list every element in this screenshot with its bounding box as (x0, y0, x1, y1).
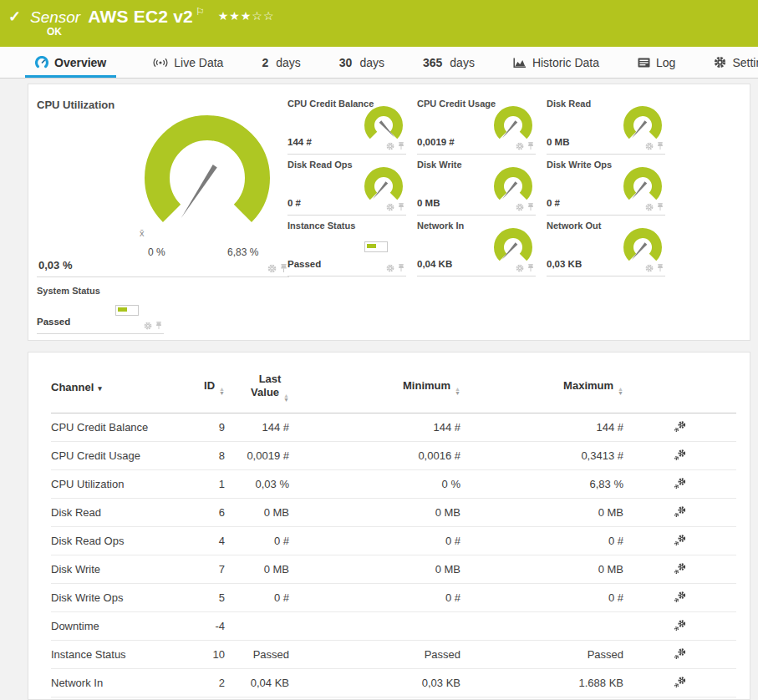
pin-icon[interactable] (527, 264, 534, 272)
pin-icon[interactable] (155, 322, 162, 330)
cell-channel: CPU Credit Balance (51, 413, 185, 442)
tab-settings[interactable]: Settings (712, 47, 758, 78)
tile-gear-icon[interactable] (516, 203, 524, 211)
channel-settings-gear-icon[interactable] (674, 534, 687, 549)
tile-instance-status[interactable]: Instance Status Passed (287, 216, 406, 276)
pin-icon[interactable] (398, 264, 404, 272)
tab-log[interactable]: Log (636, 47, 677, 78)
cell-maximum: 0 # (460, 527, 623, 555)
table-row[interactable]: Disk Write Ops 5 0 # 0 # 0 # (51, 584, 736, 612)
col-header-id[interactable]: ID▲▼ (185, 353, 225, 413)
cell-id: 2 (185, 669, 225, 697)
tab-30-days[interactable]: 30 days (338, 47, 386, 78)
table-row[interactable]: Downtime -4 (51, 612, 736, 641)
cell-maximum: 0,3413 # (460, 442, 623, 470)
col-header-channel[interactable]: Channel▾ (51, 353, 185, 413)
tile-value: Passed (287, 259, 321, 269)
col-header-maximum[interactable]: Maximum▲▼ (460, 353, 623, 413)
tab-bar: Overview Live Data 2 days 30 days 365 da… (0, 47, 758, 79)
priority-flag-icon[interactable]: ⚐ (196, 6, 205, 18)
tile-gear-icon[interactable] (645, 264, 654, 272)
pin-icon[interactable] (527, 142, 534, 150)
cell-maximum: Passed (460, 641, 623, 669)
tile-cpu-credit-balance[interactable]: CPU Credit Balance 144 # (287, 94, 406, 155)
tile-gear-icon[interactable] (386, 264, 394, 272)
channel-settings-gear-icon[interactable] (674, 449, 687, 464)
tab-label: days (450, 56, 475, 69)
tile-cpu-utilization[interactable]: CPU Utilization x̄ 0 % 6,83 % 0,03 % (37, 91, 289, 277)
pin-icon[interactable] (398, 142, 404, 150)
tile-disk-read-ops[interactable]: Disk Read Ops 0 # (287, 155, 406, 216)
cell-minimum: 144 # (289, 413, 460, 442)
table-row[interactable]: Network In 2 0,04 KB 0,03 KB 1.688 KB (51, 669, 736, 697)
tab-label: Overview (54, 56, 106, 69)
cell-minimum: 0 MB (289, 499, 460, 527)
tile-disk-write-ops[interactable]: Disk Write Ops 0 # (547, 155, 665, 216)
cell-id: 7 (185, 555, 225, 584)
table-row[interactable]: Disk Read Ops 4 0 # 0 # 0 # (51, 527, 736, 555)
gauge-icon (361, 105, 406, 147)
tile-gear-icon[interactable] (516, 264, 524, 272)
tab-overview[interactable]: Overview (25, 47, 116, 78)
sensor-status-text: OK (47, 26, 62, 38)
table-row[interactable]: CPU Credit Balance 9 144 # 144 # 144 # (51, 413, 736, 442)
pin-icon[interactable] (527, 203, 534, 211)
cell-id: 9 (185, 413, 225, 442)
cell-minimum: 0 MB (289, 555, 460, 584)
pin-icon[interactable] (657, 264, 664, 272)
channel-table-panel: Channel▾ ID▲▼ LastValue▲▼ Minimum▲▼ Maxi… (28, 352, 750, 700)
table-row[interactable]: Instance Status 10 Passed Passed Passed (51, 641, 736, 669)
priority-stars[interactable]: ★★★☆☆ (218, 9, 275, 23)
gauge-icon (620, 227, 665, 269)
tile-gear-icon[interactable] (645, 142, 654, 150)
tile-gear-icon[interactable] (144, 322, 152, 330)
cell-maximum: 0 MB (460, 555, 623, 584)
cell-id: -4 (185, 612, 225, 641)
cell-minimum: 0 # (289, 527, 460, 555)
tile-network-in[interactable]: Network In 0,04 KB (417, 216, 536, 276)
tile-disk-write[interactable]: Disk Write 0 MB (417, 155, 536, 216)
tile-cpu-credit-usage[interactable]: CPU Credit Usage 0,0019 # (417, 94, 536, 155)
tile-network-out[interactable]: Network Out 0,03 KB (547, 216, 665, 276)
tab-label: Live Data (174, 56, 223, 69)
cell-id: 10 (185, 641, 225, 669)
pin-icon[interactable] (280, 264, 287, 273)
channel-settings-gear-icon[interactable] (674, 477, 687, 492)
channel-settings-gear-icon[interactable] (674, 420, 687, 435)
table-row[interactable]: CPU Credit Usage 8 0,0019 # 0,0016 # 0,3… (51, 442, 736, 470)
tile-gear-icon[interactable] (386, 142, 394, 150)
tab-365-days[interactable]: 365 days (421, 47, 476, 78)
cell-id: 8 (185, 442, 225, 470)
col-header-last-value[interactable]: LastValue▲▼ (225, 353, 289, 413)
tab-2-days[interactable]: 2 days (260, 47, 302, 78)
pin-icon[interactable] (657, 203, 664, 211)
pin-icon[interactable] (657, 142, 664, 150)
channel-settings-gear-icon[interactable] (674, 591, 687, 606)
table-row[interactable]: Disk Read 6 0 MB 0 MB 0 MB (51, 499, 736, 527)
col-header-minimum[interactable]: Minimum▲▼ (289, 353, 460, 413)
channel-settings-gear-icon[interactable] (674, 562, 687, 577)
cell-channel: Disk Read (51, 499, 185, 527)
pin-icon[interactable] (398, 203, 404, 211)
table-row[interactable]: Disk Write 7 0 MB 0 MB 0 MB (51, 555, 736, 584)
tile-gear-icon[interactable] (386, 203, 394, 211)
tile-gear-icon[interactable] (516, 142, 524, 150)
tile-gear-icon[interactable] (645, 203, 654, 211)
tab-live-data[interactable]: Live Data (151, 47, 225, 78)
channel-settings-gear-icon[interactable] (674, 619, 687, 634)
tile-value: 144 # (287, 137, 312, 147)
table-row[interactable]: CPU Utilization 1 0,03 % 0 % 6,83 % (51, 470, 736, 499)
gauge-scale-min: 0 % (148, 246, 165, 258)
gear-icon (714, 56, 726, 68)
chart-icon (513, 57, 527, 68)
cell-channel: Downtime (51, 612, 185, 641)
channel-settings-gear-icon[interactable] (674, 505, 687, 520)
tile-value: 0,03 KB (547, 259, 582, 269)
tile-disk-read[interactable]: Disk Read 0 MB (547, 94, 665, 155)
cell-last-value: Passed (225, 641, 289, 669)
tile-system-status[interactable]: System Status Passed (37, 282, 164, 334)
tab-historic-data[interactable]: Historic Data (511, 47, 601, 78)
tile-gear-icon[interactable] (267, 264, 277, 273)
channel-settings-gear-icon[interactable] (674, 647, 687, 662)
channel-settings-gear-icon[interactable] (674, 676, 687, 691)
